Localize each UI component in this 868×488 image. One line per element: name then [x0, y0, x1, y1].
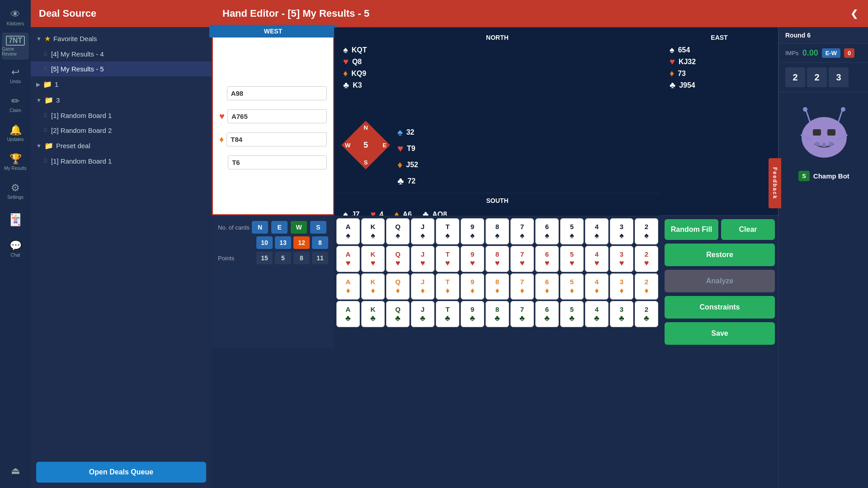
card-k-club[interactable]: K♣ [361, 301, 385, 327]
sidebar-item-claim[interactable]: ✏ Claim [2, 90, 29, 117]
tree-item-favorite[interactable]: ▼ ★ Favorite Deals [31, 31, 212, 47]
clubs-picker-row: A♣ K♣ Q♣ J♣ T♣ 9♣ 8♣ 7♣ 6♣ 5♣ 4♣ 3♣ 2♣ [336, 301, 658, 327]
sidebar-item-settings[interactable]: ⚙ Settings [2, 177, 29, 204]
back-button[interactable]: ❮ [850, 8, 858, 19]
card-counts-section: No. of cards N E W S 10 13 12 8 [212, 216, 334, 348]
card-q-club[interactable]: Q♣ [386, 301, 410, 327]
card-j-heart[interactable]: J♥ [411, 246, 434, 272]
main-header: Hand Editor - [5] My Results - 5 ❮ [212, 0, 868, 27]
west-clubs-input[interactable] [228, 155, 327, 169]
card-5-spade[interactable]: 5♠ [560, 218, 584, 244]
tree-item-rb1[interactable]: ⠿ [1] Random Board 1 [31, 108, 212, 123]
sidebar-item-deals[interactable]: 🃏 [2, 206, 29, 233]
card-8-spade[interactable]: 8♠ [486, 218, 509, 244]
sidebar-item-my-results[interactable]: 🏆 My Results [2, 148, 29, 175]
card-7-spade[interactable]: 7♠ [510, 218, 534, 244]
card-3-diamond[interactable]: 3♦ [610, 273, 633, 300]
card-a-spade[interactable]: A♠ [336, 218, 360, 244]
card-5-club[interactable]: 5♣ [560, 301, 584, 327]
card-q-diamond[interactable]: Q♦ [386, 273, 410, 300]
card-a-club[interactable]: A♣ [336, 301, 360, 327]
card-7-heart[interactable]: 7♥ [510, 246, 534, 272]
card-j-spade[interactable]: J♠ [411, 218, 434, 244]
card-3-heart[interactable]: 3♥ [610, 246, 633, 272]
sidebar-item-kibitzers[interactable]: 👁 Kibitzers [2, 4, 29, 31]
east-spades: 654 [678, 46, 690, 54]
card-4-spade[interactable]: 4♠ [585, 218, 609, 244]
card-j-diamond[interactable]: J♦ [411, 273, 434, 300]
tree-item-my5[interactable]: ⠿ [5] My Results - 5 [31, 61, 212, 76]
card-4-club[interactable]: 4♣ [585, 301, 609, 327]
card-9-diamond[interactable]: 9♦ [461, 273, 484, 300]
tree-item-rb2[interactable]: ⠿ [2] Random Board 2 [31, 123, 212, 138]
card-2-club[interactable]: 2♣ [635, 301, 658, 327]
card-a-heart[interactable]: A♥ [336, 246, 360, 272]
count-e: 13 [275, 236, 291, 249]
card-k-spade[interactable]: K♠ [361, 218, 385, 244]
save-button[interactable]: Save [665, 322, 775, 345]
card-a-diamond[interactable]: A♦ [336, 273, 360, 300]
random-fill-button[interactable]: Random Fill [665, 219, 718, 240]
center-cards: ♠ 32 ♥ T9 ♦ J52 [397, 122, 418, 188]
card-6-heart[interactable]: 6♥ [535, 246, 559, 272]
card-3-club[interactable]: 3♣ [610, 301, 633, 327]
tree-item-folder1[interactable]: ▶ 📁 1 [31, 76, 212, 92]
sidebar-item-chat[interactable]: 💬 Chat [2, 235, 29, 262]
card-t-spade[interactable]: T♠ [436, 218, 459, 244]
card-2-heart[interactable]: 2♥ [635, 246, 658, 272]
tree-item-my4[interactable]: ⠿ [4] My Results - 4 [31, 47, 212, 61]
chevron-down-icon-3: ▼ [36, 143, 42, 149]
sidebar-item-updates[interactable]: 🔔 Updates [2, 119, 29, 146]
chevron-right-icon: ▶ [36, 81, 40, 88]
card-4-heart[interactable]: 4♥ [585, 246, 609, 272]
score-box-1: 2 [785, 67, 805, 87]
card-t-diamond[interactable]: T♦ [436, 273, 459, 300]
card-q-heart[interactable]: Q♥ [386, 246, 410, 272]
card-9-heart[interactable]: 9♥ [461, 246, 484, 272]
west-spades-input[interactable] [227, 86, 327, 100]
north-diamonds: KQ9 [351, 70, 366, 78]
main-area: Hand Editor - [5] My Results - 5 ❮ WEST … [212, 0, 868, 488]
tree-item-folder3[interactable]: ▼ 📁 3 [31, 92, 212, 108]
card-2-spade[interactable]: 2♠ [635, 218, 658, 244]
card-4-diamond[interactable]: 4♦ [585, 273, 609, 300]
card-3-spade[interactable]: 3♠ [610, 218, 633, 244]
open-deals-queue-button[interactable]: Open Deals Queue [36, 462, 206, 483]
card-9-spade[interactable]: 9♠ [461, 218, 484, 244]
card-5-diamond[interactable]: 5♦ [560, 273, 584, 300]
east-spade-icon: ♠ [670, 45, 675, 55]
deals-icon: 🃏 [8, 213, 23, 227]
sidebar-item-undo[interactable]: ↩ Undo [2, 61, 29, 89]
card-2-diamond[interactable]: 2♦ [635, 273, 658, 300]
card-8-heart[interactable]: 8♥ [486, 246, 509, 272]
card-9-club[interactable]: 9♣ [461, 301, 484, 327]
card-5-heart[interactable]: 5♥ [560, 246, 584, 272]
dir-w: W [291, 221, 307, 234]
constraints-button[interactable]: Constraints [665, 296, 775, 319]
west-diamonds-input[interactable] [226, 132, 327, 146]
tree-item-rb1b[interactable]: ⠿ [1] Random Board 1 [31, 154, 212, 169]
restore-button[interactable]: Restore [665, 244, 775, 266]
card-8-club[interactable]: 8♣ [486, 301, 509, 327]
sidebar-item-logout[interactable]: ⏏ [2, 457, 29, 484]
card-6-spade[interactable]: 6♠ [535, 218, 559, 244]
card-6-club[interactable]: 6♣ [535, 301, 559, 327]
points-w: 8 [293, 252, 310, 264]
clear-button[interactable]: Clear [721, 219, 775, 240]
card-8-diamond[interactable]: 8♦ [486, 273, 509, 300]
sidebar-item-game-review[interactable]: 7NT Game Review [2, 33, 29, 60]
card-t-heart[interactable]: T♥ [436, 246, 459, 272]
card-6-diamond[interactable]: 6♦ [535, 273, 559, 300]
west-spade-suit-icon: ♠ [219, 88, 224, 99]
card-t-club[interactable]: T♣ [436, 301, 459, 327]
analyze-button[interactable]: Analyze [665, 270, 775, 292]
card-7-diamond[interactable]: 7♦ [510, 273, 534, 300]
card-7-club[interactable]: 7♣ [510, 301, 534, 327]
card-j-club[interactable]: J♣ [411, 301, 434, 327]
card-q-spade[interactable]: Q♠ [386, 218, 410, 244]
card-k-diamond[interactable]: K♦ [361, 273, 385, 300]
tree-item-preset[interactable]: ▼ 📁 Preset deal [31, 138, 212, 154]
feedback-tab[interactable]: Feedback [769, 158, 781, 208]
west-hearts-input[interactable] [227, 109, 327, 123]
card-k-heart[interactable]: K♥ [361, 246, 385, 272]
